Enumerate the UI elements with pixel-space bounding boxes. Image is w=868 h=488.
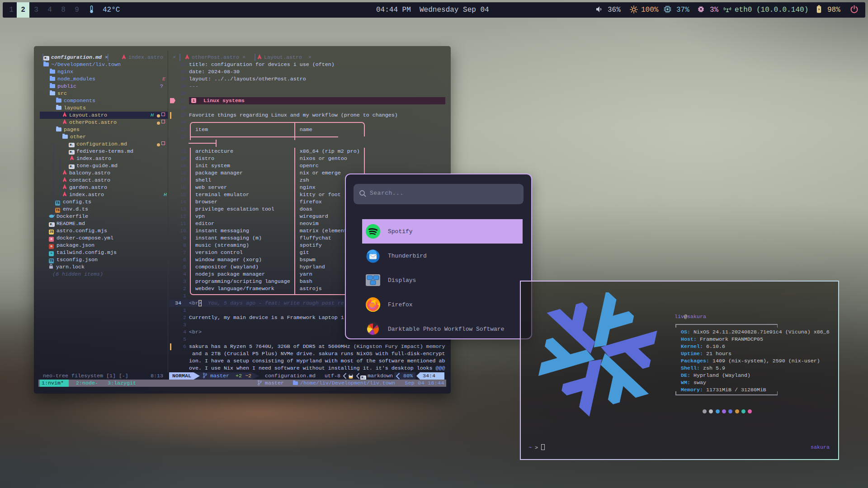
- svg-text:GPU: GPU: [699, 9, 703, 11]
